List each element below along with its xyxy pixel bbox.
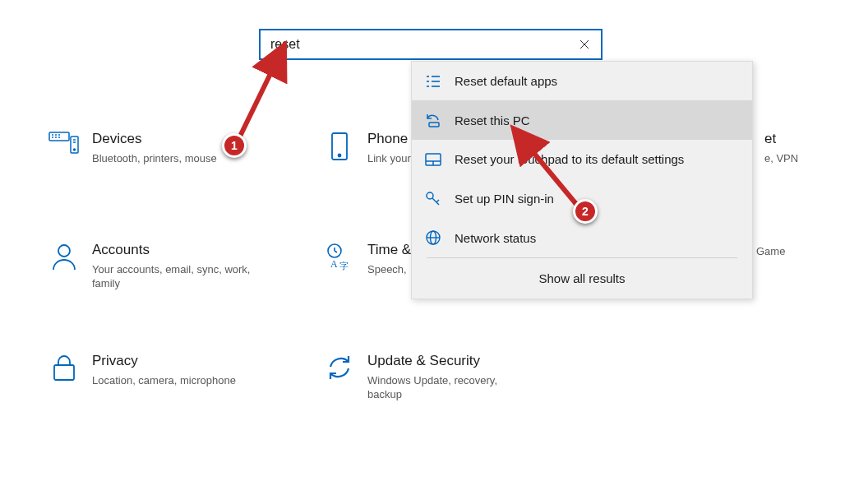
tile-devices[interactable]: Devices Bluetooth, printers, mouse [45,130,292,165]
tile-title: Update & Security [367,352,532,370]
search-input[interactable] [269,36,576,53]
tile-title: Devices [92,130,217,148]
time-language-icon: A 字 [321,241,358,271]
tile-subtitle: Game [756,244,785,258]
tile-subtitle: Windows Update, recovery, backup [367,373,532,401]
close-icon [579,39,589,49]
tile-title: Privacy [92,352,236,370]
suggestion-label: Reset this PC [455,113,530,127]
tile-title: et [764,130,798,148]
tile-subtitle: Location, camera, microphone [92,373,236,387]
svg-line-34 [436,200,439,202]
svg-rect-2 [49,132,69,141]
tile-subtitle: Speech, [367,262,411,276]
update-icon [321,352,358,382]
touchpad-icon [423,153,443,166]
suggestion-reset-this-pc[interactable]: Reset this PC [412,100,752,140]
accounts-icon [45,241,82,271]
suggestion-label: Network status [455,231,536,245]
svg-point-13 [58,245,70,257]
reset-pc-icon [423,113,443,127]
annotation-arrow-1 [220,45,294,144]
svg-point-32 [427,192,433,199]
search-container [259,29,603,60]
svg-text:字: 字 [339,261,349,271]
tile-subtitle: e, VPN [764,151,798,165]
tile-title: Time & [367,241,411,259]
suggestion-reset-default-apps[interactable]: Reset default apps [412,62,752,100]
suggestion-pin-signin[interactable]: Set up PIN sign-in [412,178,752,218]
search-suggestions: Reset default apps Reset this PC Reset y… [411,61,753,299]
list-icon [423,75,443,88]
tile-title: Phone [367,130,411,148]
suggestion-reset-touchpad[interactable]: Reset your touchpad to its default setti… [412,140,752,178]
svg-point-10 [73,149,75,150]
globe-icon [423,230,443,245]
svg-line-19 [335,251,337,252]
svg-text:A: A [330,258,338,270]
svg-rect-14 [54,365,74,380]
suggestion-label: Reset your touchpad to its default setti… [455,152,684,166]
tile-subtitle: Bluetooth, printers, mouse [92,151,217,165]
tile-accounts[interactable]: Accounts Your accounts, email, sync, wor… [45,241,292,290]
tile-subtitle: Link your [367,151,411,165]
devices-icon [45,130,82,156]
search-box[interactable] [259,29,603,60]
suggestion-label: Set up PIN sign-in [455,192,554,206]
privacy-icon [45,352,82,382]
clear-search-button[interactable] [576,39,593,49]
phone-icon [321,130,358,161]
tile-privacy[interactable]: Privacy Location, camera, microphone [45,352,292,387]
svg-point-16 [338,155,340,157]
suggestion-label: Reset default apps [455,74,557,88]
suggestion-network-status[interactable]: Network status [412,218,752,257]
key-icon [423,191,443,206]
tile-update-security[interactable]: Update & Security Windows Update, recove… [321,352,567,401]
svg-rect-28 [429,123,439,127]
show-all-results[interactable]: Show all results [412,258,752,299]
tile-title: Accounts [92,241,256,259]
tile-subtitle: Your accounts, email, sync, work, family [92,262,256,290]
